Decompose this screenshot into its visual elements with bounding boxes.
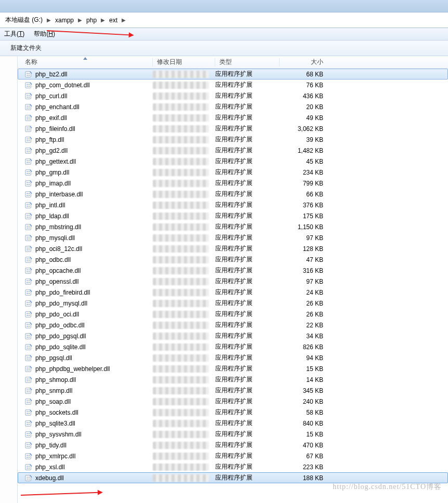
file-row[interactable]: php_sysvshm.dll应用程序扩展15 KB	[18, 429, 448, 440]
file-row[interactable]: php_interbase.dll应用程序扩展66 KB	[18, 189, 448, 200]
svg-point-31	[27, 138, 28, 139]
chevron-right-icon[interactable]: ▶	[118, 17, 129, 23]
svg-point-82	[29, 247, 30, 248]
file-row[interactable]: php_pdo_sqlite.dll应用程序扩展826 KB	[18, 341, 448, 352]
file-row[interactable]: php_xsl.dll应用程序扩展223 KB	[18, 461, 448, 472]
file-row[interactable]: php_intl.dll应用程序扩展376 KB	[18, 200, 448, 210]
file-row[interactable]: php_pdo_pgsql.dll应用程序扩展34 KB	[18, 330, 448, 341]
file-name: php_snmp.dll	[35, 387, 72, 394]
breadcrumb-item[interactable]: 本地磁盘 (G:)	[4, 16, 44, 24]
file-row[interactable]: php_pgsql.dll应用程序扩展94 KB	[18, 352, 448, 363]
column-header-name[interactable]: 名称	[18, 58, 153, 67]
file-size: 128 KB	[280, 245, 332, 253]
file-type: 应用程序扩展	[215, 419, 280, 428]
file-row[interactable]: php_pdo_mysql.dll应用程序扩展26 KB	[18, 298, 448, 309]
svg-rect-140	[25, 377, 31, 382]
file-size: 316 KB	[280, 267, 332, 274]
file-type: 应用程序扩展	[215, 233, 280, 242]
file-row[interactable]: php_phpdbg_webhelper.dll应用程序扩展15 KB	[18, 363, 448, 374]
file-size: 58 KB	[280, 409, 332, 416]
svg-point-152	[29, 400, 30, 401]
date-blurred	[153, 343, 209, 351]
file-row[interactable]: php_ftp.dll应用程序扩展39 KB	[18, 134, 448, 145]
file-name: php_imap.dll	[35, 180, 71, 187]
file-name: php_gettext.dll	[35, 158, 76, 165]
dll-file-icon	[25, 464, 32, 471]
file-row[interactable]: php_exif.dll应用程序扩展49 KB	[18, 112, 448, 123]
svg-point-28	[27, 129, 28, 130]
file-row[interactable]: php_pdo_firebird.dll应用程序扩展24 KB	[18, 287, 448, 298]
file-row[interactable]: php_sockets.dll应用程序扩展58 KB	[18, 407, 448, 418]
svg-point-23	[27, 118, 28, 119]
file-row[interactable]: php_tidy.dll应用程序扩展470 KB	[18, 440, 448, 451]
svg-point-32	[29, 138, 30, 139]
file-row[interactable]: php_ldap.dll应用程序扩展175 KB	[18, 210, 448, 221]
file-row[interactable]: php_gettext.dll应用程序扩展45 KB	[18, 156, 448, 167]
file-row[interactable]: php_xmlrpc.dll应用程序扩展67 KB	[18, 451, 448, 461]
file-name: php_com_dotnet.dll	[35, 82, 90, 89]
svg-point-81	[27, 247, 28, 248]
svg-rect-110	[25, 311, 31, 317]
column-header-size[interactable]: 大小	[280, 58, 332, 67]
dll-file-icon	[25, 474, 32, 482]
svg-point-147	[29, 389, 30, 390]
file-row[interactable]: php_openssl.dll应用程序扩展97 KB	[18, 276, 448, 287]
file-type: 应用程序扩展	[215, 288, 280, 297]
svg-point-131	[27, 356, 28, 358]
file-row[interactable]: php_mbstring.dll应用程序扩展1,150 KB	[18, 221, 448, 232]
address-bar[interactable]: 本地磁盘 (G:)▶xampp▶php▶ext▶	[0, 12, 448, 28]
file-row[interactable]: php_fileinfo.dll应用程序扩展3,062 KB	[18, 123, 448, 134]
svg-point-142	[29, 378, 30, 379]
svg-point-48	[27, 173, 28, 174]
file-row[interactable]: php_com_dotnet.dll应用程序扩展76 KB	[18, 80, 448, 90]
file-row[interactable]: php_sqlite3.dll应用程序扩展840 KB	[18, 418, 448, 429]
file-row[interactable]: php_gmp.dll应用程序扩展234 KB	[18, 167, 448, 178]
file-row[interactable]: php_gd2.dll应用程序扩展1,482 KB	[18, 145, 448, 156]
chevron-right-icon[interactable]: ▶	[75, 17, 85, 23]
svg-point-149	[29, 391, 30, 392]
svg-point-161	[27, 422, 28, 423]
svg-point-112	[29, 313, 30, 314]
file-row[interactable]: php_enchant.dll应用程序扩展20 KB	[18, 101, 448, 112]
date-blurred	[153, 125, 209, 133]
breadcrumb-item[interactable]: ext	[108, 17, 118, 24]
file-row[interactable]: php_curl.dll应用程序扩展436 KB	[18, 90, 448, 101]
breadcrumb-item[interactable]: xampp	[54, 17, 75, 24]
svg-point-187	[29, 476, 30, 478]
svg-rect-70	[25, 224, 31, 230]
file-type: 应用程序扩展	[215, 375, 280, 384]
file-row[interactable]: php_opcache.dll应用程序扩展316 KB	[18, 265, 448, 276]
column-header-type[interactable]: 类型	[215, 58, 280, 67]
svg-point-13	[27, 96, 28, 97]
file-row[interactable]: php_oci8_12c.dll应用程序扩展128 KB	[18, 243, 448, 254]
svg-point-151	[27, 400, 28, 401]
file-row[interactable]: php_bz2.dll应用程序扩展68 KB	[18, 69, 448, 80]
svg-point-4	[29, 74, 30, 75]
file-type: 应用程序扩展	[215, 222, 280, 231]
breadcrumb-item[interactable]: php	[85, 17, 98, 24]
column-header-date[interactable]: 修改日期	[153, 58, 215, 67]
new-folder-button[interactable]: 新建文件夹	[10, 44, 42, 52]
dll-file-icon	[25, 136, 32, 143]
file-row[interactable]: php_odbc.dll应用程序扩展47 KB	[18, 254, 448, 265]
file-row[interactable]: php_pdo_oci.dll应用程序扩展26 KB	[18, 309, 448, 320]
chevron-right-icon[interactable]: ▶	[44, 17, 54, 23]
dll-file-icon	[25, 365, 32, 373]
file-row[interactable]: php_mysqli.dll应用程序扩展97 KB	[18, 232, 448, 243]
file-row[interactable]: php_soap.dll应用程序扩展240 KB	[18, 396, 448, 407]
file-row[interactable]: php_pdo_odbc.dll应用程序扩展22 KB	[18, 320, 448, 330]
chevron-right-icon[interactable]: ▶	[98, 17, 108, 23]
file-row[interactable]: xdebug.dll应用程序扩展188 KB	[18, 472, 448, 483]
menu-tools[interactable]: 工具(T)	[4, 30, 24, 38]
menu-help[interactable]: 帮助(H)	[34, 30, 55, 38]
file-row[interactable]: php_snmp.dll应用程序扩展345 KB	[18, 385, 448, 396]
svg-rect-95	[25, 279, 31, 284]
svg-point-54	[29, 183, 30, 184]
file-type: 应用程序扩展	[215, 299, 280, 308]
file-row[interactable]: php_shmop.dll应用程序扩展14 KB	[18, 374, 448, 385]
nav-pane-collapsed[interactable]	[0, 56, 18, 503]
file-row[interactable]: php_imap.dll应用程序扩展799 KB	[18, 178, 448, 189]
svg-rect-75	[25, 235, 31, 241]
file-name: php_xmlrpc.dll	[35, 453, 75, 460]
dll-file-icon	[25, 180, 32, 187]
